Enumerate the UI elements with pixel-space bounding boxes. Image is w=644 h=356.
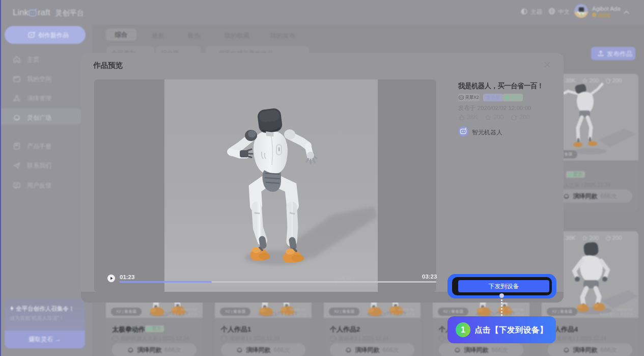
svg-text:made by: made by (334, 276, 351, 281)
svg-text:智元机器人 × 灵创平台: 智元机器人 × 灵创平台 (334, 282, 366, 286)
